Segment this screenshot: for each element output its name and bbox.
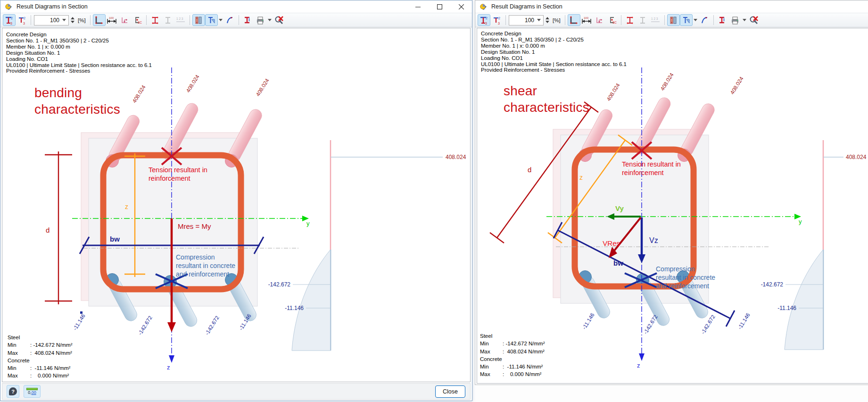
chevron-down-icon <box>219 19 223 21</box>
concrete-max-value: : 0.000 N/mm² <box>503 371 541 377</box>
stats-steel-label: Steel <box>480 332 545 340</box>
close-window-button[interactable] <box>450 0 472 13</box>
help-button[interactable]: ? <box>7 385 19 398</box>
close-button[interactable]: Close <box>435 385 465 398</box>
dimension-lines-button[interactable]: 100 <box>106 14 118 26</box>
diagram-canvas[interactable] <box>477 28 868 384</box>
zoom-level-combo[interactable]: 100 <box>34 15 69 25</box>
heading-line: bending <box>34 84 120 101</box>
help-icon: ? <box>9 387 17 395</box>
svg-text:2: 2 <box>498 17 500 20</box>
steel-min-value: : -142.672 N/mm² <box>503 341 545 346</box>
window-title: Result Diagrams in Section <box>17 3 88 10</box>
sc-icon-label: SC <box>138 21 142 24</box>
titlebar: Result Diagrams in Section <box>0 0 472 13</box>
spin-up-icon <box>546 17 549 19</box>
shear-center-button[interactable]: SC <box>606 14 619 26</box>
percent-label: [%] <box>553 17 561 23</box>
titlebar: Result Diagrams in Section <box>475 0 868 13</box>
stress-points-button[interactable] <box>624 14 637 26</box>
svg-text:100: 100 <box>584 17 589 19</box>
chevron-down-icon <box>694 19 697 21</box>
concrete-min-value: : -11.146 N/mm² <box>30 365 70 371</box>
stress-points-button[interactable] <box>149 14 162 26</box>
print-button[interactable] <box>254 14 267 26</box>
stats-min-label: Min <box>480 363 503 370</box>
header-line: Concrete Design <box>481 31 627 37</box>
stress-diagram-sigma-button[interactable]: 23 <box>478 14 490 26</box>
toolbar-separator <box>505 15 506 25</box>
smooth-diagram-button[interactable] <box>698 14 711 26</box>
spin-down-icon <box>546 21 549 23</box>
spin-up-icon <box>71 17 74 19</box>
section-outline-button[interactable] <box>93 14 106 26</box>
shear-center-button[interactable]: SC <box>131 14 144 26</box>
cancel-zoom-button[interactable] <box>747 14 760 26</box>
header-line: Member No. 1 | x: 0.000 m <box>481 43 627 49</box>
zoom-level-combo[interactable]: 100 <box>509 15 544 25</box>
section-outline-button[interactable] <box>568 14 580 26</box>
results-display-button[interactable] <box>680 14 693 26</box>
stats-min-label: Min <box>8 364 30 372</box>
stress-diagram-sigma-button[interactable]: 23 <box>3 14 16 26</box>
stress-diagram-tau-button[interactable]: 23 <box>16 14 28 26</box>
cancel-zoom-button[interactable] <box>273 14 285 26</box>
diagram-canvas[interactable] <box>2 28 471 382</box>
minimize-button[interactable] <box>407 0 429 13</box>
toolbar-separator <box>239 15 239 25</box>
svg-text:i: i <box>723 17 725 22</box>
reinforcement-view-button[interactable] <box>667 14 680 26</box>
print-button[interactable] <box>729 14 742 26</box>
header-line: UL0100 | Ultimate Limit State | Section … <box>6 62 152 68</box>
svg-text:2: 2 <box>486 17 488 20</box>
zoom-level-value: 100 <box>37 17 62 24</box>
section-info-button[interactable]: i <box>716 14 729 26</box>
zoom-spinner[interactable] <box>69 15 76 25</box>
concrete-max-value: : 0.000 N/mm² <box>30 373 69 378</box>
steel-min-value: : -142.672 N/mm² <box>30 342 72 348</box>
stress-stats: Steel Min: -142.672 N/mm² Max: 408.024 N… <box>8 334 72 380</box>
print-dropdown[interactable] <box>267 14 273 26</box>
axes-display-button[interactable] <box>118 14 131 26</box>
maximize-button[interactable] <box>429 0 450 13</box>
stress-stats: Steel Min: -142.672 N/mm² Max: 408.024 N… <box>480 332 545 378</box>
numbering-button[interactable]: 1 2 3 <box>174 14 187 26</box>
stress-points-alt-button[interactable] <box>637 14 649 26</box>
svg-text:100: 100 <box>109 17 114 19</box>
chevron-down-icon <box>743 19 746 21</box>
smooth-diagram-button[interactable] <box>223 14 236 26</box>
section-info-button[interactable]: i <box>241 14 254 26</box>
result-diagrams-icon <box>5 3 13 11</box>
decimal-places-button[interactable]: 0,00 <box>24 385 41 398</box>
stress-points-alt-button[interactable] <box>162 14 174 26</box>
result-diagrams-window-shear: Result Diagrams in Section 23 23 100 [%]… <box>475 0 868 385</box>
results-display-button[interactable] <box>205 14 218 26</box>
stats-concrete-label: Concrete <box>480 355 545 363</box>
numbering-button[interactable]: 1 2 3 <box>649 14 662 26</box>
header-line: Section No. 1 - R_M1 350/350 | 2 - C20/2… <box>6 38 152 44</box>
report-header: Concrete Design Section No. 1 - R_M1 350… <box>481 31 627 73</box>
diagram-heading: shear characteristics <box>504 83 589 116</box>
toolbar: 23 23 100 [%] 100 SC <box>475 13 868 27</box>
axes-display-button[interactable] <box>593 14 606 26</box>
stress-diagram-tau-button[interactable]: 23 <box>490 14 503 26</box>
diagram-heading: bending characteristics <box>34 84 120 117</box>
zoom-spinner[interactable] <box>544 15 551 25</box>
heading-line: characteristics <box>504 99 589 116</box>
toolbar-separator <box>713 15 714 25</box>
header-line: Provided Reinforcement - Stresses <box>6 68 152 74</box>
header-line: Loading No. CO1 <box>6 56 152 62</box>
chevron-down-icon <box>268 19 272 21</box>
dialog-footer: ? 0,00 Close <box>2 383 471 400</box>
svg-text:2: 2 <box>11 17 13 20</box>
decimal-places-label: 0, <box>28 390 32 395</box>
header-line: Provided Reinforcement - Stresses <box>481 67 627 73</box>
print-dropdown[interactable] <box>742 14 747 26</box>
results-display-dropdown[interactable] <box>218 14 223 26</box>
reinforcement-view-button[interactable] <box>192 14 205 26</box>
numbering-icon-label: 1 2 3 <box>176 17 183 20</box>
svg-text:3: 3 <box>485 22 487 25</box>
svg-text:3: 3 <box>10 22 12 25</box>
dimension-lines-button[interactable]: 100 <box>580 14 593 26</box>
results-display-dropdown[interactable] <box>693 14 698 26</box>
